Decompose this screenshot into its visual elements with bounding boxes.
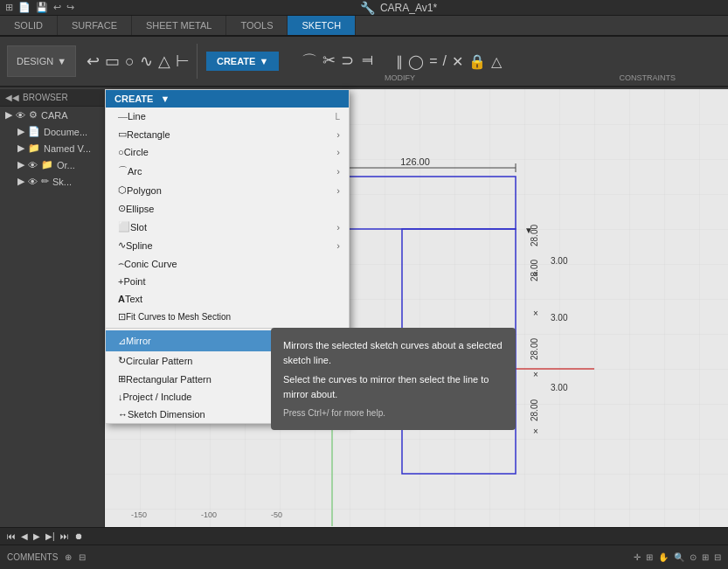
eye-icon[interactable]: 👁 bbox=[16, 110, 25, 121]
arrow-marker-5: × bbox=[533, 427, 538, 436]
sketch-tool-1[interactable]: ↩ bbox=[85, 50, 101, 73]
menu-item-arc[interactable]: ⌒ Arc › bbox=[106, 161, 349, 181]
grid-icon[interactable]: ⊞ bbox=[5, 2, 13, 13]
browser-item-cara[interactable]: ▶ 👁 ⚙ CARA bbox=[0, 107, 104, 123]
sketch-tool-line[interactable]: ⊢ bbox=[174, 50, 191, 73]
tab-sheet-metal[interactable]: SHEET METAL bbox=[132, 16, 226, 35]
create-label: CREATE bbox=[217, 56, 255, 66]
arc-label: Arc bbox=[128, 166, 336, 177]
menu-item-text[interactable]: A Text bbox=[106, 290, 349, 308]
menu-item-point[interactable]: + Point bbox=[106, 273, 349, 290]
expand-icon: ▶ bbox=[5, 109, 12, 121]
play-prev[interactable]: ◀ bbox=[21, 531, 28, 541]
browser-header: ◀◀ BROWSER bbox=[0, 89, 104, 107]
browser-back-icon[interactable]: ◀◀ bbox=[5, 93, 19, 102]
mod-break[interactable]: ⫤ bbox=[357, 49, 377, 73]
menu-item-polygon[interactable]: ⬡ Polygon › bbox=[106, 181, 349, 199]
con-x[interactable]: ✕ bbox=[450, 52, 465, 72]
sketch-tool-rect[interactable]: ▭ bbox=[103, 50, 121, 73]
tab-surface[interactable]: SURFACE bbox=[58, 16, 132, 35]
browser-item-document[interactable]: ▶ 📄 Docume... bbox=[0, 123, 104, 140]
menu-item-rectangle[interactable]: ▭ Rectangle › bbox=[106, 125, 349, 143]
menu-item-conic[interactable]: ⌢ Conic Curve bbox=[106, 254, 349, 273]
sketch-tool-triangle[interactable]: △ bbox=[156, 50, 172, 73]
tab-sketch[interactable]: SKETCH bbox=[288, 16, 356, 35]
menu-item-line[interactable]: — Line L bbox=[106, 108, 349, 125]
con-triangle[interactable]: △ bbox=[489, 52, 503, 72]
con-lock[interactable]: 🔒 bbox=[467, 52, 488, 72]
status-left: COMMENTS ⊕ ⊟ bbox=[7, 552, 634, 562]
expand-icon-3: ▶ bbox=[17, 142, 24, 154]
arrow-marker-3: × bbox=[533, 309, 538, 318]
browser-item-origin[interactable]: ▶ 👁 📁 Or... bbox=[0, 156, 104, 173]
expand-icon-5: ▶ bbox=[17, 176, 24, 187]
rect-label: Rectangle bbox=[127, 129, 336, 140]
title-text: CARA_Av1* bbox=[380, 2, 437, 14]
line-label: Line bbox=[128, 111, 335, 121]
spline-arrow: › bbox=[336, 240, 340, 251]
comments-expand-icon[interactable]: ⊟ bbox=[79, 552, 86, 562]
tab-tools[interactable]: TOOLS bbox=[226, 16, 288, 35]
dim-28-3: 28.00 bbox=[530, 338, 539, 360]
tab-solid[interactable]: SOLID bbox=[0, 16, 58, 35]
rect-arrow: › bbox=[336, 129, 340, 140]
browser-sidebar: ◀◀ BROWSER ▶ 👁 ⚙ CARA ▶ 📄 Docume... ▶ 📁 … bbox=[0, 89, 105, 545]
sketch-tool-spline[interactable]: ∿ bbox=[138, 50, 155, 73]
play-last[interactable]: ⏭ bbox=[60, 531, 69, 541]
design-chevron: ▼ bbox=[57, 56, 66, 66]
window-title: 🔧 CARA_Av1* bbox=[74, 1, 723, 15]
mod-scissors[interactable]: ✂ bbox=[321, 49, 337, 73]
expand-icon-2: ▶ bbox=[17, 126, 24, 137]
design-label: DESIGN bbox=[17, 56, 53, 66]
comments-add-icon[interactable]: ⊕ bbox=[65, 552, 72, 562]
tooltip-box: Mirrors the selected sketch curves about… bbox=[271, 328, 516, 430]
play-first[interactable]: ⏮ bbox=[7, 531, 16, 541]
con-parallel[interactable]: ∥ bbox=[394, 52, 405, 72]
eye-icon-3[interactable]: 👁 bbox=[28, 177, 38, 187]
design-button[interactable]: DESIGN ▼ bbox=[7, 45, 76, 77]
circular-icon: ↻ bbox=[118, 355, 126, 366]
menu-item-circle[interactable]: ○ Circle › bbox=[106, 143, 349, 161]
redo-icon[interactable]: ↪ bbox=[66, 2, 74, 13]
spline-label: Spline bbox=[126, 240, 336, 251]
view-icon-1[interactable]: ⊙ bbox=[690, 552, 697, 562]
play-next[interactable]: ▶| bbox=[45, 531, 55, 541]
play-play[interactable]: ▶ bbox=[33, 531, 40, 541]
play-record[interactable]: ⏺ bbox=[74, 531, 83, 541]
settings-icon[interactable]: ⚙ bbox=[29, 109, 38, 121]
create-button[interactable]: CREATE ▼ bbox=[206, 52, 279, 71]
dim-3-2: 3.00 bbox=[551, 313, 568, 323]
browser-item-sketch[interactable]: ▶ 👁 ✏ Sk... bbox=[0, 173, 104, 190]
save-icon[interactable]: 💾 bbox=[36, 2, 48, 13]
menu-item-slot[interactable]: ⬜ Slot › bbox=[106, 218, 349, 236]
menu-item-spline[interactable]: ∿ Spline › bbox=[106, 236, 349, 254]
nav-icon-2[interactable]: ⊞ bbox=[646, 552, 653, 562]
con-circle[interactable]: ◯ bbox=[406, 52, 426, 72]
point-label: Point bbox=[123, 276, 340, 287]
view-icon-3[interactable]: ⊟ bbox=[714, 552, 721, 562]
nav-icon-3[interactable]: ✋ bbox=[658, 552, 669, 562]
arc-icon: ⌒ bbox=[118, 164, 128, 177]
arrow-marker-2: × bbox=[533, 269, 538, 279]
mod-arc[interactable]: ⌒ bbox=[300, 49, 319, 73]
nav-icon-1[interactable]: ✛ bbox=[634, 552, 641, 562]
doc-icon: 📄 bbox=[28, 126, 40, 137]
con-equal[interactable]: = bbox=[427, 52, 439, 72]
arrow-marker-1: ▼ bbox=[524, 226, 533, 235]
zoom-icon[interactable]: 🔍 bbox=[674, 552, 684, 562]
dropdown-header[interactable]: CREATE ▼ bbox=[106, 90, 349, 108]
view-icon-2[interactable]: ⊞ bbox=[702, 552, 709, 562]
con-slash[interactable]: / bbox=[441, 52, 448, 72]
sketch-tool-circle[interactable]: ○ bbox=[123, 51, 136, 73]
menu-item-ellipse[interactable]: ⊙ Ellipse bbox=[106, 199, 349, 218]
dimension-icon: ↔ bbox=[118, 409, 128, 420]
constraints-icons: ∥ ◯ = / ✕ 🔒 △ bbox=[394, 52, 503, 72]
undo-icon[interactable]: ↩ bbox=[53, 2, 61, 13]
mod-extend[interactable]: ⊃ bbox=[339, 49, 356, 73]
browser-item-named[interactable]: ▶ 📁 Named V... bbox=[0, 140, 104, 156]
file-icon[interactable]: 📄 bbox=[18, 2, 31, 13]
menu-item-fit-curves[interactable]: ⊡ Fit Curves to Mesh Section bbox=[106, 308, 349, 326]
mirror-icon: ⊿ bbox=[118, 336, 126, 347]
conic-label: Conic Curve bbox=[124, 259, 340, 269]
eye-icon-2[interactable]: 👁 bbox=[28, 160, 38, 170]
